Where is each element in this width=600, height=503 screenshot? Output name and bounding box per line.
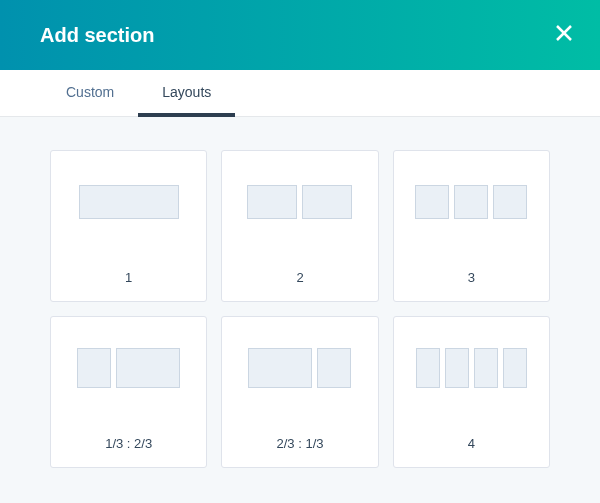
dialog-title: Add section — [40, 24, 154, 47]
layout-grid: 1 2 3 1/3 : 2/3 — [50, 150, 550, 468]
preview-block — [454, 185, 488, 219]
layout-option-1-3-2-3[interactable]: 1/3 : 2/3 — [50, 316, 207, 468]
close-button[interactable] — [550, 21, 578, 49]
preview-block — [445, 348, 469, 388]
close-icon — [555, 24, 573, 46]
preview-block — [302, 185, 352, 219]
dialog-header: Add section — [0, 0, 600, 70]
preview-block — [248, 348, 312, 388]
preview-block — [493, 185, 527, 219]
preview-block — [415, 185, 449, 219]
tab-custom[interactable]: Custom — [42, 70, 138, 117]
preview-block — [317, 348, 351, 388]
preview-block — [247, 185, 297, 219]
preview-block — [503, 348, 527, 388]
preview-block — [116, 348, 180, 388]
layout-label: 4 — [394, 419, 549, 467]
preview-block — [474, 348, 498, 388]
preview-block — [77, 348, 111, 388]
layout-option-1-col[interactable]: 1 — [50, 150, 207, 302]
layout-option-3-col[interactable]: 3 — [393, 150, 550, 302]
layout-option-2-3-1-3[interactable]: 2/3 : 1/3 — [221, 316, 378, 468]
layout-option-4-col[interactable]: 4 — [393, 316, 550, 468]
layout-preview — [51, 151, 206, 253]
layout-label: 3 — [394, 253, 549, 301]
preview-block — [416, 348, 440, 388]
layout-label: 2 — [222, 253, 377, 301]
layout-preview — [394, 151, 549, 253]
layout-label: 1 — [51, 253, 206, 301]
layout-preview — [222, 151, 377, 253]
layout-option-2-col[interactable]: 2 — [221, 150, 378, 302]
tab-layouts[interactable]: Layouts — [138, 70, 235, 117]
content-area: 1 2 3 1/3 : 2/3 — [0, 117, 600, 503]
layout-label: 2/3 : 1/3 — [222, 419, 377, 467]
layout-preview — [222, 317, 377, 419]
layout-label: 1/3 : 2/3 — [51, 419, 206, 467]
layout-preview — [394, 317, 549, 419]
layout-preview — [51, 317, 206, 419]
tab-bar: Custom Layouts — [0, 70, 600, 117]
preview-block — [79, 185, 179, 219]
